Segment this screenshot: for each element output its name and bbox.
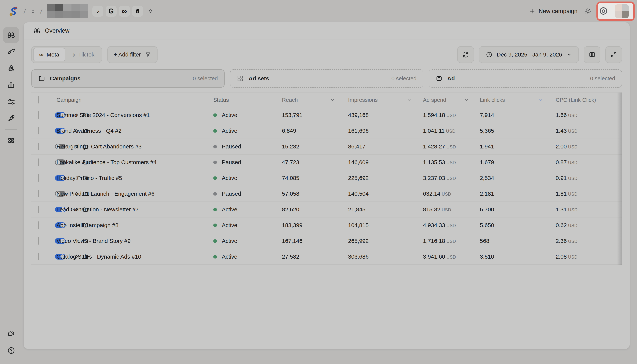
grid-icon xyxy=(237,75,244,82)
meta-icon[interactable]: ∞ xyxy=(119,6,130,17)
new-campaign-button[interactable]: New campaign xyxy=(529,8,578,14)
app-logo[interactable] xyxy=(8,6,19,17)
row-checkbox[interactable] xyxy=(38,253,39,260)
funnel-icon xyxy=(145,52,151,58)
campaign-name[interactable]: Lookalike Audience - Top Customers #4 xyxy=(56,159,156,166)
table-row[interactable]: Holiday Promo - Traffic #5 Active 74,085… xyxy=(31,170,622,186)
col-campaign[interactable]: Campaign xyxy=(56,97,82,103)
sidebar-item-analytics[interactable] xyxy=(3,77,19,93)
impressions-value: 303,686 xyxy=(348,254,368,260)
add-filter-button[interactable]: + Add filter xyxy=(107,46,158,63)
sidebar-item-chat-support[interactable] xyxy=(3,326,19,342)
paintbrush-icon xyxy=(7,48,16,56)
col-link-clicks[interactable]: Link clicks xyxy=(480,97,505,103)
campaign-name[interactable]: Summer Sale 2024 - Conversions #1 xyxy=(56,112,150,118)
sidebar-item-labs[interactable] xyxy=(3,132,19,149)
tab-ad[interactable]: Ad 0 selected xyxy=(429,70,622,88)
platform-tab-meta[interactable]: ∞ Meta xyxy=(33,48,66,61)
sidebar-item-creative[interactable] xyxy=(3,44,19,60)
row-checkbox[interactable] xyxy=(38,190,39,197)
currency-unit: USD xyxy=(446,129,456,134)
date-range-picker[interactable]: Dec 9, 2025 - Jan 9, 2026 xyxy=(479,46,579,63)
sort-chevron-icon[interactable] xyxy=(330,98,335,102)
google-icon[interactable]: G xyxy=(106,6,116,17)
tiktok-icon[interactable]: ♪ xyxy=(92,6,103,17)
workspace-selector-icon[interactable] xyxy=(30,8,36,14)
campaign-name[interactable]: Brand Awareness - Q4 #2 xyxy=(56,128,122,134)
table-row[interactable]: App Install Campaign #8 Active 183,399 1… xyxy=(31,218,622,233)
sidebar-item-help[interactable] xyxy=(3,342,19,359)
table-row[interactable]: Video Views - Brand Story #9 Active 167,… xyxy=(31,233,622,249)
table-row[interactable]: Catalog Sales - Dynamic Ads #10 Active 2… xyxy=(31,249,622,265)
link-clicks-value: 568 xyxy=(480,238,489,244)
campaign-name[interactable]: Catalog Sales - Dynamic Ads #10 xyxy=(56,254,141,260)
col-status[interactable]: Status xyxy=(213,97,229,103)
row-checkbox[interactable] xyxy=(38,143,39,150)
row-checkbox[interactable] xyxy=(38,206,39,213)
sort-chevron-active-icon[interactable] xyxy=(538,98,543,102)
ad-spend-value: 3,941.60USD xyxy=(423,254,456,260)
table-row[interactable]: New Product Launch - Engagement #6 Pause… xyxy=(31,186,622,202)
sidebar xyxy=(0,22,22,364)
settings-gear-icon[interactable] xyxy=(598,6,608,16)
currency-unit: USD xyxy=(568,160,578,165)
columns-button[interactable] xyxy=(584,46,600,63)
table-body: Summer Sale 2024 - Conversions #1 Active… xyxy=(31,107,622,265)
sidebar-item-overview[interactable] xyxy=(3,27,19,43)
sort-chevron-icon[interactable] xyxy=(407,98,412,102)
ad-spend-value: 1,041.11USD xyxy=(423,128,456,134)
row-checkbox[interactable] xyxy=(38,127,39,134)
reach-value: 57,058 xyxy=(282,190,299,197)
sidebar-item-boost[interactable] xyxy=(3,110,19,127)
table-row[interactable]: Lookalike Audience - Top Customers #4 Pa… xyxy=(31,154,622,170)
campaign-name[interactable]: Video Views - Brand Story #9 xyxy=(56,238,130,244)
col-reach[interactable]: Reach xyxy=(282,97,298,103)
platform-tab-tiktok[interactable]: ♪ TikTok xyxy=(66,48,100,61)
platform-chips: ♪ G ∞ S xyxy=(92,6,143,17)
expand-icon xyxy=(610,51,617,58)
account-name-redacted[interactable] xyxy=(47,4,88,18)
theme-toggle-sun-icon[interactable] xyxy=(584,7,592,15)
impressions-value: 21,845 xyxy=(348,206,366,213)
binoculars-icon xyxy=(33,27,41,34)
table-row[interactable]: Lead Generation - Newsletter #7 Active 8… xyxy=(31,202,622,218)
row-checkbox[interactable] xyxy=(38,158,39,166)
tab-campaigns[interactable]: Campaigns 0 selected xyxy=(31,70,225,88)
campaign-name[interactable]: Lead Generation - Newsletter #7 xyxy=(56,206,139,213)
col-impressions[interactable]: Impressions xyxy=(348,97,378,103)
link-clicks-value: 6,700 xyxy=(480,206,494,213)
row-checkbox[interactable] xyxy=(38,222,39,229)
sidebar-item-rules[interactable] xyxy=(3,94,19,110)
row-checkbox[interactable] xyxy=(38,111,39,119)
cpc-value: 0.62USD xyxy=(556,222,578,228)
sort-chevron-icon[interactable] xyxy=(464,98,469,102)
table-row[interactable]: Summer Sale 2024 - Conversions #1 Active… xyxy=(31,107,622,123)
table-row[interactable]: Retargeting - Cart Abandoners #3 Paused … xyxy=(31,139,622,154)
table-header: Campaign Status Reach Impressions Ad spe… xyxy=(31,92,622,107)
avatar[interactable] xyxy=(615,4,629,18)
impressions-value: 439,168 xyxy=(348,112,368,118)
currency-unit: USD xyxy=(446,239,456,244)
campaign-name[interactable]: Holiday Promo - Traffic #5 xyxy=(56,175,122,181)
row-checkbox[interactable] xyxy=(38,237,39,244)
col-ad-spend[interactable]: Ad spend xyxy=(423,97,446,103)
sidebar-item-launch[interactable] xyxy=(3,60,19,76)
cpc-value: 2.08USD xyxy=(556,254,578,260)
select-all-checkbox[interactable] xyxy=(38,96,39,104)
shopify-icon[interactable]: S xyxy=(132,6,143,17)
currency-unit: USD xyxy=(568,176,578,181)
tab-ad-sets[interactable]: Ad sets 0 selected xyxy=(230,70,423,88)
reach-value: 167,146 xyxy=(282,238,302,244)
col-cpc[interactable]: CPC (Link Click) xyxy=(556,97,596,103)
row-checkbox[interactable] xyxy=(38,174,39,182)
campaign-name[interactable]: App Install Campaign #8 xyxy=(56,222,118,228)
table-row[interactable]: Brand Awareness - Q4 #2 Active 6,849 161… xyxy=(31,123,622,139)
page-title: Overview xyxy=(45,27,70,34)
status-dot xyxy=(213,145,217,148)
account-selector-icon[interactable] xyxy=(148,8,153,14)
currency-unit: USD xyxy=(446,144,456,150)
campaign-name[interactable]: New Product Launch - Engagement #6 xyxy=(56,190,154,197)
campaign-name[interactable]: Retargeting - Cart Abandoners #3 xyxy=(56,143,142,150)
fullscreen-button[interactable] xyxy=(605,46,622,63)
refresh-button[interactable] xyxy=(457,46,474,63)
